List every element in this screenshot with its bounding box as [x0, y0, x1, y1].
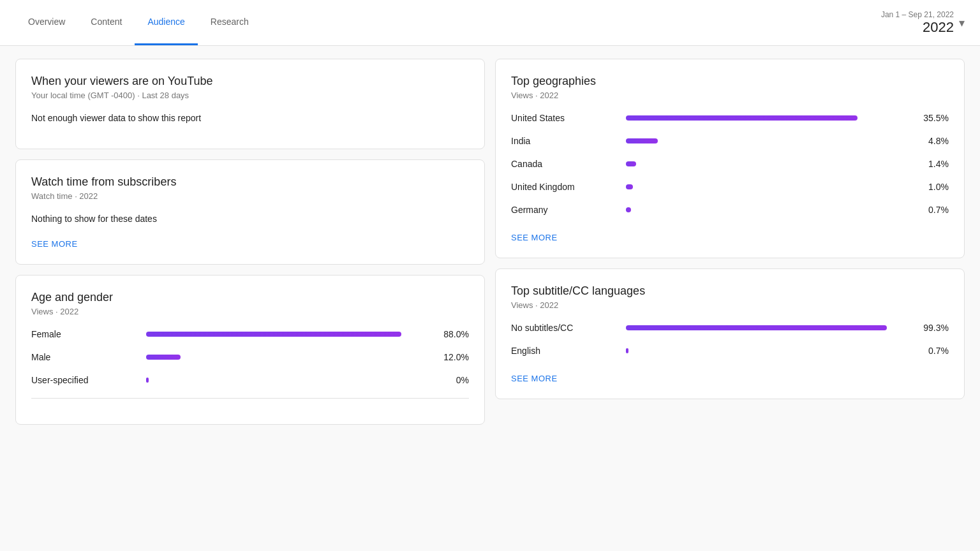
- top-navigation: Overview Content Audience Research Jan 1…: [0, 0, 980, 46]
- chevron-down-icon: ▾: [959, 16, 965, 30]
- no-subtitles-value: 99.3%: [916, 323, 949, 333]
- male-value: 12.0%: [436, 352, 469, 362]
- english-value: 0.7%: [916, 346, 949, 356]
- english-label: English: [511, 346, 626, 356]
- india-bar-track: [626, 138, 916, 143]
- germany-label: Germany: [511, 205, 626, 215]
- top-subtitle-card: Top subtitle/CC languages Views · 2022 N…: [495, 268, 965, 399]
- us-label: United States: [511, 113, 626, 123]
- age-gender-card: Age and gender Views · 2022 Female 88.0%…: [15, 275, 485, 425]
- no-subtitles-label: No subtitles/CC: [511, 323, 626, 333]
- top-subtitle-card-subtitle: Views · 2022: [511, 300, 949, 310]
- user-specified-bar-track: [146, 378, 436, 383]
- male-label: Male: [31, 352, 146, 362]
- subtitle-row-english: English 0.7%: [511, 346, 949, 356]
- germany-bar-fill: [626, 207, 631, 212]
- nav-tabs: Overview Content Audience Research: [15, 0, 262, 45]
- female-bar-fill: [146, 332, 401, 337]
- watch-time-card-message: Nothing to show for these dates: [31, 214, 469, 224]
- tab-content-label: Content: [91, 17, 122, 27]
- female-value: 88.0%: [436, 329, 469, 339]
- canada-label: Canada: [511, 159, 626, 169]
- tab-content[interactable]: Content: [78, 0, 135, 45]
- watch-time-card-title: Watch time from subscribers: [31, 175, 469, 189]
- tab-overview-label: Overview: [28, 17, 65, 27]
- user-specified-label: User-specified: [31, 375, 146, 385]
- age-gender-card-subtitle: Views · 2022: [31, 307, 469, 316]
- top-geo-card-title: Top geographies: [511, 75, 949, 88]
- female-label: Female: [31, 329, 146, 339]
- india-label: India: [511, 136, 626, 146]
- geo-row-canada: Canada 1.4%: [511, 159, 949, 169]
- germany-bar-track: [626, 207, 916, 212]
- tab-research-label: Research: [211, 17, 249, 27]
- watch-time-card: Watch time from subscribers Watch time ·…: [15, 159, 485, 265]
- tab-research[interactable]: Research: [198, 0, 262, 45]
- age-gender-row-female: Female 88.0%: [31, 329, 469, 339]
- date-selector[interactable]: Jan 1 – Sep 21, 2022 2022 ▾: [881, 10, 965, 36]
- subtitle-see-more-link[interactable]: SEE MORE: [511, 374, 558, 383]
- india-value: 4.8%: [916, 136, 949, 146]
- watch-time-see-more-link[interactable]: SEE MORE: [31, 239, 78, 249]
- user-specified-value: 0%: [436, 375, 469, 385]
- geo-row-germany: Germany 0.7%: [511, 205, 949, 215]
- tab-audience[interactable]: Audience: [135, 0, 197, 45]
- user-specified-bar-fill: [146, 378, 149, 383]
- viewers-card-title: When your viewers are on YouTube: [31, 75, 469, 88]
- geo-row-uk: United Kingdom 1.0%: [511, 182, 949, 192]
- english-bar-fill: [626, 348, 628, 353]
- us-bar-fill: [626, 115, 858, 121]
- canada-value: 1.4%: [916, 159, 949, 169]
- tab-overview[interactable]: Overview: [15, 0, 78, 45]
- male-bar-fill: [146, 355, 181, 360]
- right-column: Top geographies Views · 2022 United Stat…: [495, 59, 965, 425]
- geo-row-india: India 4.8%: [511, 136, 949, 146]
- viewers-card: When your viewers are on YouTube Your lo…: [15, 59, 485, 149]
- female-bar-track: [146, 332, 436, 337]
- uk-label: United Kingdom: [511, 182, 626, 192]
- no-subtitles-bar-track: [626, 325, 916, 330]
- uk-value: 1.0%: [916, 182, 949, 192]
- viewers-card-message: Not enough viewer data to show this repo…: [31, 113, 469, 123]
- subtitle-row-none: No subtitles/CC 99.3%: [511, 323, 949, 333]
- male-bar-track: [146, 355, 436, 360]
- date-range-text: Jan 1 – Sep 21, 2022: [881, 10, 954, 19]
- main-content: When your viewers are on YouTube Your lo…: [0, 46, 980, 437]
- age-gender-row-male: Male 12.0%: [31, 352, 469, 362]
- tab-audience-label: Audience: [147, 17, 184, 27]
- viewers-card-subtitle: Your local time (GMT -0400) · Last 28 da…: [31, 91, 469, 100]
- canada-bar-track: [626, 161, 916, 166]
- age-gender-divider: [31, 398, 469, 399]
- top-subtitle-card-title: Top subtitle/CC languages: [511, 284, 949, 298]
- age-gender-card-title: Age and gender: [31, 291, 469, 304]
- left-column: When your viewers are on YouTube Your lo…: [15, 59, 485, 425]
- age-gender-row-user-specified: User-specified 0%: [31, 375, 469, 385]
- india-bar-fill: [626, 138, 658, 143]
- germany-value: 0.7%: [916, 205, 949, 215]
- canada-bar-fill: [626, 161, 636, 166]
- us-value: 35.5%: [916, 113, 949, 123]
- us-bar-track: [626, 115, 916, 121]
- uk-bar-track: [626, 184, 916, 189]
- top-geographies-card: Top geographies Views · 2022 United Stat…: [495, 59, 965, 258]
- no-subtitles-bar-fill: [626, 325, 887, 330]
- date-year: 2022: [881, 19, 954, 36]
- geo-see-more-link[interactable]: SEE MORE: [511, 233, 558, 242]
- uk-bar-fill: [626, 184, 633, 189]
- watch-time-card-subtitle: Watch time · 2022: [31, 191, 469, 201]
- top-geo-card-subtitle: Views · 2022: [511, 91, 949, 100]
- english-bar-track: [626, 348, 916, 353]
- geo-row-us: United States 35.5%: [511, 113, 949, 123]
